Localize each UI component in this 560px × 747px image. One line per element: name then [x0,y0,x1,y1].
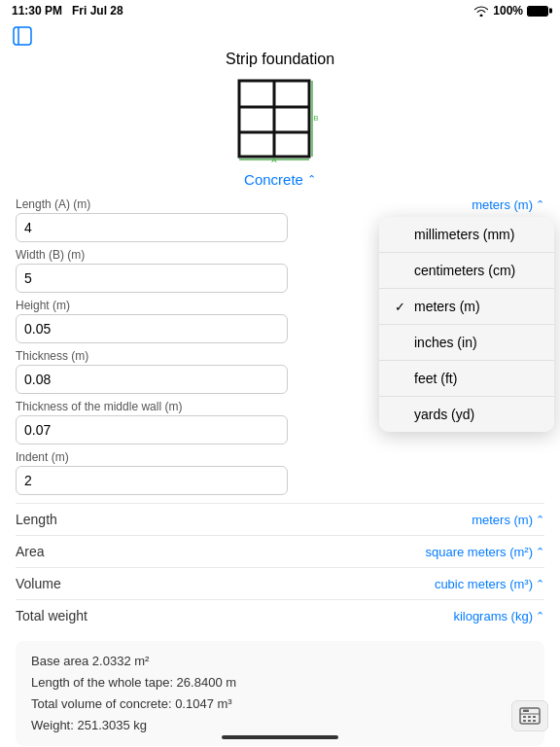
unit-dropdown-menu: millimeters (mm) centimeters (cm) ✓ mete… [379,217,554,432]
concrete-selector[interactable]: Concrete ⌃ [16,171,544,188]
svg-text:A: A [271,156,277,163]
output-unit-arrow-weight_out: ⌃ [536,610,544,622]
unit-option-cm[interactable]: centimeters (cm) [379,253,554,289]
output-label-length_out: Length [16,512,57,527]
svg-rect-15 [523,720,526,722]
output-row-area_out: Areasquare meters (m²) ⌃ [16,535,544,567]
unit-m-label: meters (m) [414,299,480,314]
check-m: ✓ [395,300,408,314]
field-input-thickness[interactable] [16,365,288,394]
diagram-container: A B [16,76,544,163]
svg-rect-17 [533,720,536,722]
wifi-icon [473,5,489,17]
home-indicator [222,735,338,739]
unit-button-top[interactable]: meters (m) ⌃ [472,197,544,212]
field-row-indent: Indent (m) [16,450,544,495]
field-input-height[interactable] [16,314,288,343]
output-unit-label-area_out: square meters (m²) [425,545,533,559]
output-unit-length_out[interactable]: meters (m) ⌃ [472,513,544,527]
unit-option-ft[interactable]: feet (ft) [379,361,554,397]
output-unit-area_out[interactable]: square meters (m²) ⌃ [425,545,544,559]
output-unit-label-volume_out: cubic meters (m³) [435,577,533,591]
output-row-length_out: Lengthmeters (m) ⌃ [16,503,544,535]
svg-rect-13 [528,716,531,718]
field-label-length: Length (A) (m) [16,197,544,211]
concrete-label: Concrete [244,171,303,188]
output-label-area_out: Area [16,544,45,559]
unit-cm-label: centimeters (cm) [414,263,515,278]
check-yd [395,408,408,422]
unit-mm-label: millimeters (mm) [414,227,514,242]
output-unit-arrow-area_out: ⌃ [536,546,544,558]
sidebar-toggle-button[interactable] [12,25,33,50]
check-cm [395,264,408,278]
output-row-weight_out: Total weightkilograms (kg) ⌃ [16,599,544,631]
field-label-indent: Indent (m) [16,450,544,464]
output-unit-label-length_out: meters (m) [472,513,533,527]
unit-option-yd[interactable]: yards (yd) [379,397,554,432]
result-concrete: Total volume of concrete: 0.1047 m³ [31,694,529,715]
check-in [395,336,408,350]
unit-in-label: inches (in) [414,335,477,350]
output-label-volume_out: Volume [16,576,61,591]
concrete-button[interactable]: Concrete ⌃ [244,171,316,188]
svg-rect-16 [528,720,531,722]
output-row-volume_out: Volumecubic meters (m³) ⌃ [16,567,544,599]
check-ft [395,372,408,386]
result-base-area: Base area 2.0332 m² [31,651,529,672]
concrete-arrow-icon: ⌃ [307,173,316,186]
date-label: Fri Jul 28 [72,4,123,18]
foundation-diagram: A B [231,76,329,163]
result-weight: Weight: 251.3035 kg [31,715,529,736]
page-title: Strip foundation [16,51,544,68]
result-tape-length: Length of the whole tape: 26.8400 m [31,672,529,694]
calculator-icon [519,707,541,725]
field-input-length[interactable] [16,213,288,242]
field-input-mid_wall[interactable] [16,415,288,445]
output-unit-arrow-volume_out: ⌃ [536,578,544,590]
bottom-right-button[interactable] [511,700,548,731]
svg-rect-14 [533,716,536,718]
form-section: meters (m) ⌃ millimeters (mm) centimeter… [16,197,544,495]
status-bar: 11:30 PM Fri Jul 28 100% [0,0,560,21]
output-unit-label-weight_out: kilograms (kg) [453,609,533,623]
status-time: 11:30 PM Fri Jul 28 [12,4,123,18]
output-label-weight_out: Total weight [16,608,88,623]
unit-yd-label: yards (yd) [414,407,474,422]
svg-text:B: B [313,114,318,123]
field-input-width[interactable] [16,264,288,293]
field-input-indent[interactable] [16,466,288,495]
output-section: Lengthmeters (m) ⌃Areasquare meters (m²)… [16,503,544,631]
battery-label: 100% [493,4,523,18]
unit-option-mm[interactable]: millimeters (mm) [379,217,554,253]
check-mm [395,228,408,242]
results-box: Base area 2.0332 m² Length of the whole … [16,641,544,746]
time-label: 11:30 PM [12,4,62,18]
unit-option-m[interactable]: ✓ meters (m) [379,289,554,325]
svg-rect-0 [14,27,31,45]
unit-label-top: meters (m) [472,197,533,212]
output-unit-weight_out[interactable]: kilograms (kg) ⌃ [453,609,544,623]
unit-ft-label: feet (ft) [414,371,457,386]
status-icons: 100% [473,4,548,18]
output-unit-volume_out[interactable]: cubic meters (m³) ⌃ [435,577,544,591]
svg-rect-12 [523,716,526,718]
output-unit-arrow-length_out: ⌃ [536,514,544,526]
svg-rect-18 [523,710,529,713]
main-content: Strip foundation A B Concrete ⌃ [0,51,560,747]
battery-icon [527,6,548,17]
unit-arrow-icon: ⌃ [536,198,544,211]
unit-option-in[interactable]: inches (in) [379,325,554,361]
unit-selector-top[interactable]: meters (m) ⌃ millimeters (mm) centimeter… [472,197,544,212]
